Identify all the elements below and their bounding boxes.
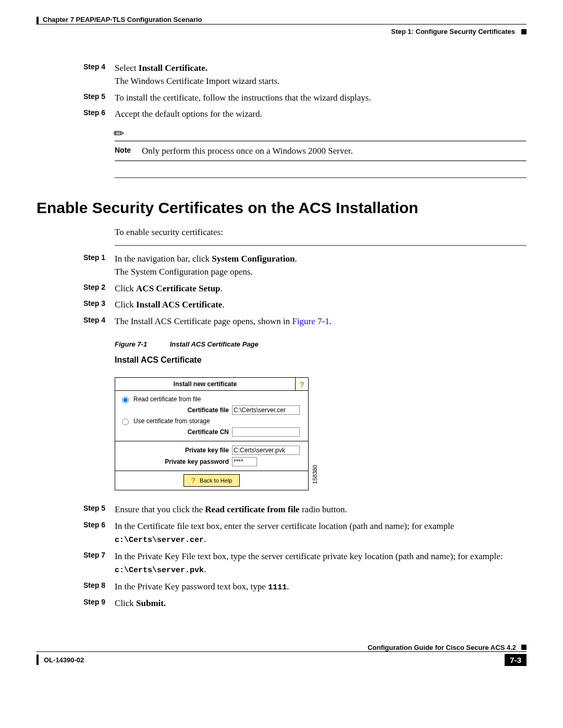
back-to-help-button[interactable]: ? Back to Help [183, 474, 240, 487]
footer-bar-icon [36, 655, 39, 665]
radio-read-file-label: Read certificate from file [133, 396, 201, 403]
radio-from-storage[interactable] [122, 418, 129, 425]
intro-text: To enable security certificates: [115, 227, 527, 238]
step4-body: Select Install Certificate. The Windows … [115, 61, 527, 88]
certfile-input[interactable] [232, 405, 300, 415]
pkpass-label: Private key password [119, 458, 232, 465]
certfile-label: Certificate file [119, 406, 232, 414]
estep2-body: Click ACS Certificate Setup. [115, 282, 527, 295]
figure-link[interactable]: Figure 7-1 [292, 316, 329, 326]
step5-body: To install the certificate, follow the i… [115, 91, 527, 105]
estep1-label: Step 1 [83, 252, 115, 263]
estep6-body: In the Certificate file text box, enter … [115, 520, 527, 547]
estep1-body: In the navigation bar, click System Conf… [115, 252, 527, 279]
note-pen-icon: ✎ [110, 125, 128, 142]
dialog-title: Install new certificate [115, 378, 295, 390]
figure-caption: Install ACS Certificate Page [170, 340, 259, 348]
help-icon: ? [191, 476, 196, 485]
figure-id: Figure 7-1 [115, 340, 147, 348]
step4-label: Step 4 [83, 61, 115, 72]
estep6-label: Step 6 [83, 520, 115, 530]
footer-square-icon [521, 645, 527, 650]
page-number: 7-3 [505, 654, 527, 666]
estep5-body: Ensure that you click the Read certifica… [115, 503, 527, 516]
figure-title: Install ACS Certificate [115, 355, 527, 365]
estep9-body: Click Submit. [115, 597, 527, 610]
pkfile-label: Private key file [119, 447, 232, 454]
radio-from-storage-label: Use certificate from storage [133, 417, 210, 425]
estep3-label: Step 3 [83, 298, 115, 309]
estep7-body: In the Private Key File text box, type t… [115, 550, 527, 577]
header-chapter: Chapter 7 PEAP/EAP-TLS Configuration Sce… [36, 16, 202, 24]
install-cert-dialog: Install new certificate ? Read certifica… [115, 377, 309, 490]
estep8-label: Step 8 [83, 580, 115, 591]
estep4-label: Step 4 [83, 315, 115, 326]
estep5-label: Step 5 [83, 503, 115, 514]
step5-label: Step 5 [83, 91, 115, 102]
section-title: Enable Security Certificates on the ACS … [36, 199, 527, 217]
step6-body: Accept the default options for the wizar… [115, 107, 527, 121]
pkfile-input[interactable] [232, 446, 300, 455]
estep8-body: In the Private Key password text box, ty… [115, 580, 527, 594]
footer-docid: OL-14390-02 [44, 656, 84, 664]
estep3-body: Click Install ACS Certificate. [115, 298, 527, 312]
figure-sideid: 158380 [312, 465, 318, 484]
pkpass-input[interactable] [232, 457, 257, 466]
estep7-label: Step 7 [83, 550, 115, 561]
estep4-body: The Install ACS Certificate page opens, … [115, 315, 527, 328]
estep2-label: Step 2 [83, 282, 115, 293]
radio-read-file[interactable] [122, 397, 129, 403]
certcn-input[interactable] [232, 427, 300, 437]
header-section: Step 1: Configure Security Certificates [391, 28, 515, 35]
estep9-label: Step 9 [83, 597, 115, 608]
certcn-label: Certificate CN [119, 428, 232, 436]
dialog-help-icon[interactable]: ? [295, 378, 308, 390]
footer-guide: Configuration Guide for Cisco Secure ACS… [368, 644, 516, 651]
step6-label: Step 6 [83, 107, 115, 118]
note-text: Only perform this process once on a Wind… [142, 146, 353, 156]
note-label: Note [115, 146, 142, 154]
